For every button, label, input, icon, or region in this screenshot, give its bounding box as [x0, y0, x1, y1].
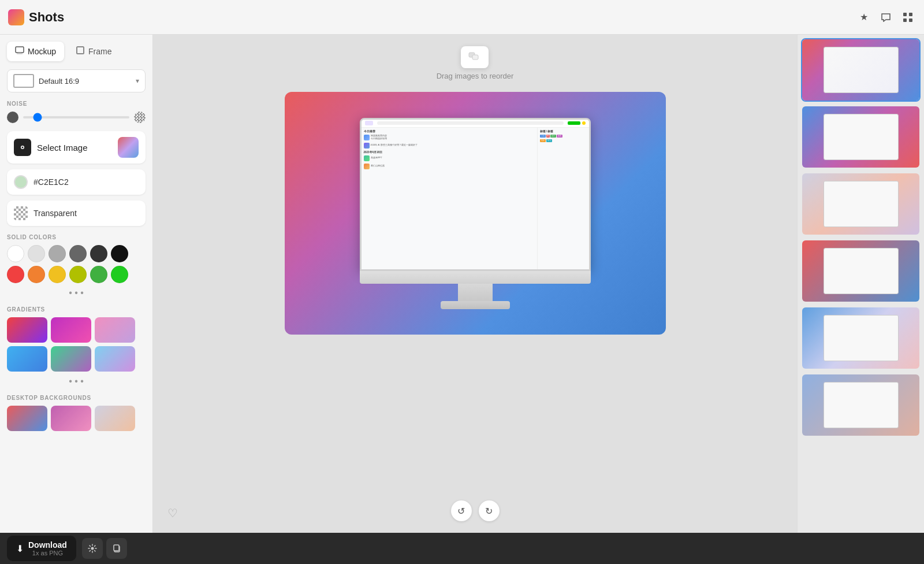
svg-rect-1: [909, 13, 912, 16]
solid-colors-more[interactable]: • • •: [7, 288, 146, 298]
imac-stand-neck: [458, 284, 493, 301]
swatch-dark-gray[interactable]: [69, 245, 87, 262]
gradient-purple-pink[interactable]: [51, 317, 91, 343]
desktop-bg-1[interactable]: [7, 406, 47, 431]
swatch-darker-gray[interactable]: [90, 245, 107, 262]
swatch-red[interactable]: [7, 266, 24, 283]
swatch-near-black[interactable]: [111, 245, 128, 262]
swatch-medium-gray[interactable]: [49, 245, 66, 262]
noise-max-icon: [134, 112, 146, 123]
desktop-bg-grid: [7, 406, 146, 431]
desktop-bg-2[interactable]: [51, 406, 91, 431]
gradients-label: GRADIENTS: [7, 306, 146, 313]
undo-button[interactable]: ↺: [451, 500, 472, 521]
svg-rect-6: [17, 54, 23, 54]
download-text: Download 1x as PNG: [28, 540, 67, 556]
color-row[interactable]: #C2E1C2: [7, 169, 146, 195]
thumb-screen-4: [824, 248, 899, 294]
transparent-icon: [14, 206, 28, 220]
heart-icon: ♡: [165, 505, 181, 521]
frame-preview-icon: [13, 74, 34, 88]
app-dot: [582, 121, 586, 125]
gradient-pink-lavender[interactable]: [95, 317, 135, 343]
app-logo: [8, 9, 24, 25]
svg-rect-15: [114, 545, 119, 551]
header-icons: ★: [856, 9, 916, 25]
swatch-green[interactable]: [90, 266, 107, 283]
app-sidebar-right: 标签 / 标签 工具 AI 设计 效率 写作: [537, 128, 589, 269]
imac-chin: [360, 271, 591, 284]
mock-display: 今日推荐 神器集推荐内容今日精选好应用 2023年 AI 那些三高顿个好用？最近…: [285, 92, 666, 335]
gradient-red-purple[interactable]: [7, 317, 47, 343]
message-icon[interactable]: [878, 9, 894, 25]
download-label: Download: [28, 540, 67, 550]
thumbnail-6[interactable]: [801, 373, 921, 437]
gradients-grid: [7, 317, 146, 372]
svg-rect-2: [903, 18, 907, 22]
star-icon[interactable]: ★: [856, 9, 872, 25]
noise-slider[interactable]: [23, 116, 129, 118]
thumbnail-4[interactable]: [801, 239, 921, 303]
thumbnails-sidebar: [797, 35, 924, 533]
tab-mockup[interactable]: Mockup: [7, 42, 64, 61]
swatch-light-gray[interactable]: [28, 245, 45, 262]
thumbnail-3[interactable]: [801, 172, 921, 236]
gradients-more[interactable]: • • •: [7, 376, 146, 387]
grid-icon[interactable]: [900, 9, 916, 25]
select-image-label: Select Image: [37, 143, 112, 153]
chevron-down-icon: ▾: [136, 77, 139, 85]
thumb-screen-3: [824, 181, 899, 227]
select-image-row[interactable]: Select Image: [7, 131, 146, 164]
thumb-screen-5: [824, 315, 899, 361]
svg-rect-12: [472, 55, 478, 60]
noise-section-label: NOISE: [7, 101, 146, 107]
desktop-bg-3[interactable]: [95, 406, 135, 431]
copy-button[interactable]: [106, 538, 127, 559]
color-hex-value: #C2E1C2: [33, 177, 69, 187]
swatch-white[interactable]: [7, 245, 24, 262]
header: Shots ★: [0, 0, 924, 35]
solid-swatches-grid: [7, 245, 146, 283]
swatch-yellow-green[interactable]: [69, 266, 87, 283]
svg-rect-4: [16, 47, 24, 53]
frame-selector[interactable]: Default 16:9 ▾: [7, 69, 146, 92]
swatch-yellow[interactable]: [49, 266, 66, 283]
app-search-bar: [377, 121, 564, 125]
thumb-screen-2: [824, 114, 899, 160]
settings-button[interactable]: [82, 538, 103, 559]
download-icon: ⬇: [16, 543, 24, 554]
gradient-blue[interactable]: [7, 346, 47, 372]
redo-button[interactable]: ↻: [479, 500, 500, 521]
gradient-sky-lavender[interactable]: [95, 346, 135, 372]
frame-icon: [76, 46, 85, 57]
imac-stand-base: [441, 301, 510, 309]
app-action-btn: [568, 121, 580, 125]
color-swatch-active: [14, 175, 28, 189]
tab-frame[interactable]: Frame: [68, 42, 120, 61]
mockup-tab-label: Mockup: [28, 47, 56, 56]
transparent-row[interactable]: Transparent: [7, 201, 146, 226]
noise-row: [7, 112, 146, 123]
imac-frame: 今日推荐 神器集推荐内容今日精选好应用 2023年 AI 那些三高顿个好用？最近…: [360, 118, 591, 309]
thumbnail-5[interactable]: [801, 306, 921, 370]
bottom-bar: ⬇ Download 1x as PNG: [0, 533, 924, 564]
transparent-label: Transparent: [33, 209, 77, 218]
svg-rect-3: [909, 18, 912, 22]
svg-rect-0: [903, 13, 907, 16]
noise-min-icon: [7, 112, 18, 123]
swatch-orange[interactable]: [28, 266, 45, 283]
thumbnail-1[interactable]: [801, 38, 921, 102]
heart-button[interactable]: ♡: [165, 505, 181, 521]
desktop-bg-label: DESKTOP BACKGROUNDS: [7, 395, 146, 401]
app-title: Shots: [29, 10, 64, 25]
swatch-bright-green[interactable]: [111, 266, 128, 283]
bottom-actions: [82, 538, 127, 559]
app-mockup-content: 今日推荐 神器集推荐内容今日精选好应用 2023年 AI 那些三高顿个好用？最近…: [362, 120, 589, 269]
svg-rect-7: [77, 47, 84, 54]
canvas-bottom-controls: ↺ ↻: [451, 500, 500, 521]
solid-colors-label: SOLID COLORS: [7, 234, 146, 240]
thumbnail-2[interactable]: [801, 105, 921, 169]
gradient-teal-purple[interactable]: [51, 346, 91, 372]
download-button[interactable]: ⬇ Download 1x as PNG: [7, 536, 76, 561]
app-main-content: 今日推荐 神器集推荐内容今日精选好应用 2023年 AI 那些三高顿个好用？最近…: [362, 128, 537, 269]
